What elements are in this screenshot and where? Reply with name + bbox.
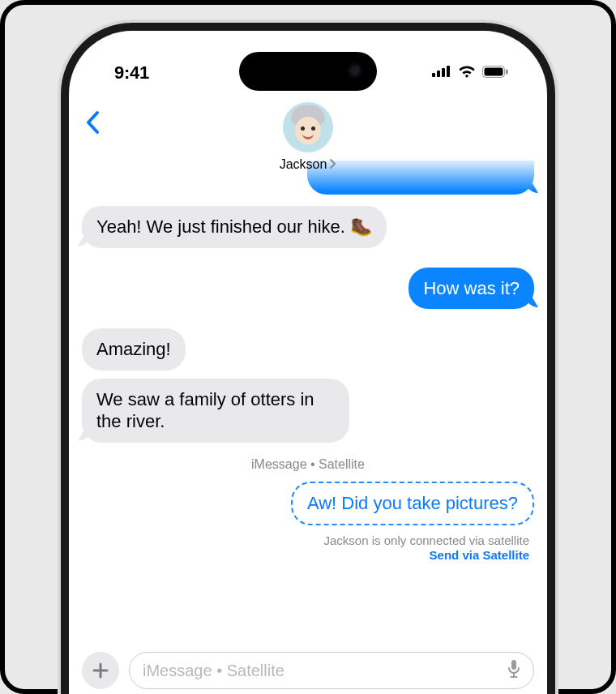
phone-side-button	[58, 216, 63, 248]
phone-side-button	[553, 277, 558, 371]
message-input-placeholder: iMessage • Satellite	[143, 662, 284, 680]
iphone-screen: 9:41	[69, 31, 547, 694]
message-sent[interactable]: How was it?	[409, 268, 534, 310]
microphone-icon	[507, 659, 520, 679]
attachments-button[interactable]	[82, 652, 119, 689]
wifi-icon	[458, 65, 476, 81]
back-button[interactable]	[85, 110, 101, 138]
cellular-icon	[432, 66, 451, 80]
svg-rect-7	[511, 660, 516, 670]
battery-icon	[482, 66, 508, 81]
contact-avatar	[283, 102, 333, 152]
dictation-button[interactable]	[507, 659, 520, 683]
phone-side-button	[58, 264, 63, 324]
delivery-status-label: iMessage • Satellite	[82, 457, 534, 472]
compose-bar: iMessage • Satellite	[82, 652, 534, 689]
device-frame-card: 9:41	[0, 0, 616, 694]
plus-icon	[92, 662, 109, 679]
svg-rect-5	[485, 67, 503, 75]
status-time: 9:41	[114, 62, 149, 84]
svg-rect-1	[437, 71, 440, 77]
message-input[interactable]: iMessage • Satellite	[129, 652, 534, 689]
message-received[interactable]: Amazing!	[82, 328, 186, 371]
dynamic-island	[239, 52, 377, 91]
svg-rect-3	[447, 66, 450, 77]
phone-side-button	[58, 334, 63, 394]
svg-rect-0	[432, 73, 435, 77]
send-via-satellite-link[interactable]: Send via Satellite	[82, 548, 534, 562]
chevron-right-icon	[330, 157, 336, 172]
messages-thread[interactable]: Yeah! We just finished our hike. 🥾 How w…	[69, 161, 547, 642]
message-pending-satellite[interactable]: Aw! Did you take pictures?	[291, 482, 534, 525]
svg-rect-6	[506, 69, 508, 74]
contact-button[interactable]: Jackson	[280, 102, 337, 172]
svg-rect-2	[442, 68, 445, 77]
conversation-header: Jackson	[69, 102, 547, 191]
satellite-connection-note: Jackson is only connected via satellite	[82, 533, 534, 547]
contact-name: Jackson	[280, 157, 327, 172]
message-received[interactable]: We saw a family of otters in the river.	[82, 379, 349, 443]
message-received[interactable]: Yeah! We just finished our hike. 🥾	[82, 206, 387, 248]
